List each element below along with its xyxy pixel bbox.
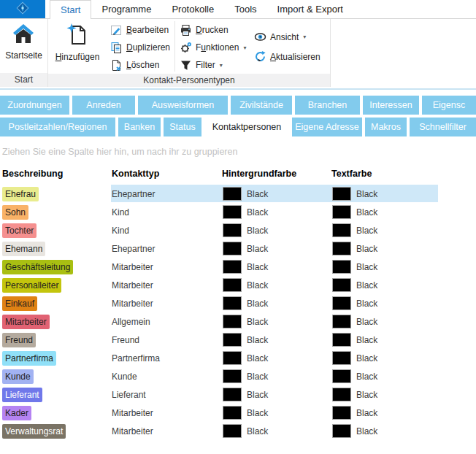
duplizieren-button[interactable]: Duplizieren xyxy=(107,39,174,56)
category-tab-postleitzahlen-regionen[interactable]: Postleitzahlen/Regionen xyxy=(0,118,115,136)
drucken-label: Drucken xyxy=(196,25,229,35)
background-color-name: Black xyxy=(247,226,268,236)
background-color-cell: Black xyxy=(221,333,331,347)
text-color-name: Black xyxy=(356,280,377,291)
startseite-button[interactable]: Startseite xyxy=(2,19,45,61)
bearbeiten-button[interactable]: Bearbeiten xyxy=(107,21,174,39)
ribbon-bottom-divider xyxy=(0,88,476,90)
text-color-swatch xyxy=(332,315,351,328)
loeschen-button[interactable]: Löschen xyxy=(107,56,174,74)
grid-body: Ehefrau Ehepartner Black Black Sohn Kind… xyxy=(1,185,438,440)
category-tab-ausweisformen[interactable]: Ausweisformen xyxy=(138,96,228,115)
contact-type-cell: Kind xyxy=(111,207,221,218)
drucken-button[interactable]: Drucken xyxy=(176,21,242,39)
menubar-tabs: StartProgrammeProtokolleToolsImport & Ex… xyxy=(50,0,353,19)
description-cell: Einkauf xyxy=(1,296,111,311)
contact-type-cell: Mitarbeiter xyxy=(111,280,221,291)
home-icon xyxy=(12,23,35,47)
refresh-icon xyxy=(254,50,266,63)
app-logo-icon xyxy=(15,1,30,18)
text-color-cell: Black xyxy=(331,187,438,201)
menubar-tab-programme[interactable]: Programme xyxy=(91,0,161,19)
table-row[interactable]: Ehemann Ehepartner Black Black xyxy=(1,239,438,258)
category-tab-branchen[interactable]: Branchen xyxy=(295,96,360,115)
text-color-cell: Black xyxy=(331,351,438,365)
app-menu-button[interactable] xyxy=(0,0,45,19)
table-row[interactable]: Geschäftsleitung Mitarbeiter Black Black xyxy=(1,258,438,276)
column-header-kontakttyp[interactable]: Kontakttyp xyxy=(111,169,221,185)
menubar: StartProgrammeProtokolleToolsImport & Ex… xyxy=(0,0,476,19)
table-row[interactable]: Mitarbeiter Allgemein Black Black xyxy=(1,312,438,331)
hinzufuegen-button[interactable]: Hinzufügen xyxy=(48,19,107,62)
menubar-tab-start[interactable]: Start xyxy=(50,0,91,19)
group-by-drop-zone[interactable]: Ziehen Sie eine Spalte hier hin, um nach… xyxy=(2,147,237,157)
category-tab-eigene-adresse[interactable]: Eigene Adresse xyxy=(292,118,362,136)
category-tab-schnellfilter[interactable]: Schnellfilter xyxy=(410,118,476,136)
text-color-cell: Black xyxy=(331,315,438,328)
text-color-name: Black xyxy=(356,189,377,199)
category-tab-status[interactable]: Status xyxy=(164,118,201,136)
column-header-hintergrundfarbe[interactable]: Hintergrundfarbe xyxy=(221,169,331,185)
edit-icon xyxy=(110,24,123,36)
category-tab-eigensc[interactable]: Eigensc xyxy=(422,96,476,115)
category-tab-banken[interactable]: Banken xyxy=(118,118,161,136)
funktionen-button[interactable]: Funktionen ▾ xyxy=(176,39,242,56)
background-color-name: Black xyxy=(247,317,268,327)
description-label: Ehefrau xyxy=(2,187,39,201)
filter-button[interactable]: Filter ▾ xyxy=(176,56,242,74)
background-color-cell: Black xyxy=(221,406,331,420)
category-tab-interessen[interactable]: Interessen xyxy=(363,96,419,115)
eye-icon xyxy=(254,31,266,43)
text-color-swatch xyxy=(332,406,351,420)
aktualisieren-button[interactable]: Aktualisieren xyxy=(250,47,324,66)
column-header-textfarbe[interactable]: Textfarbe xyxy=(331,169,438,185)
text-color-name: Black xyxy=(356,299,377,309)
table-row[interactable]: Einkauf Mitarbeiter Black Black xyxy=(1,294,438,312)
menubar-tab-tools[interactable]: Tools xyxy=(224,0,266,19)
text-color-name: Black xyxy=(356,244,377,254)
background-color-swatch xyxy=(223,406,242,420)
text-color-cell: Black xyxy=(331,388,438,401)
category-tab-kontaktpersonen[interactable]: Kontaktpersonen xyxy=(204,118,289,136)
contact-type-cell: Partnerfirma xyxy=(111,353,221,363)
background-color-swatch xyxy=(223,187,242,201)
category-tab-anreden[interactable]: Anreden xyxy=(72,96,135,115)
category-tab-zivilst-nde[interactable]: Zivilstände xyxy=(231,96,292,115)
background-color-name: Black xyxy=(247,353,268,363)
table-row[interactable]: Kunde Kunde Black Black xyxy=(1,367,438,385)
chevron-down-icon: ▾ xyxy=(220,62,223,69)
table-row[interactable]: Ehefrau Ehepartner Black Black xyxy=(1,185,438,203)
table-row[interactable]: Kader Mitarbeiter Black Black xyxy=(1,404,438,422)
table-row[interactable]: Partnerfirma Partnerfirma Black Black xyxy=(1,349,438,367)
background-color-swatch xyxy=(223,424,242,438)
filter-icon xyxy=(180,59,192,72)
table-row[interactable]: Freund Freund Black Black xyxy=(1,331,438,349)
ribbon: Startseite Start Hinzufügen xyxy=(0,19,476,87)
table-row[interactable]: Personalleiter Mitarbeiter Black Black xyxy=(1,276,438,294)
menubar-tab-import-export[interactable]: Import & Export xyxy=(267,0,353,19)
contact-type-cell: Mitarbeiter xyxy=(111,426,221,436)
category-tab-makros[interactable]: Makros xyxy=(365,118,407,136)
gear-icon xyxy=(180,42,192,54)
column-header-beschreibung[interactable]: Beschreibung xyxy=(1,169,111,185)
table-row[interactable]: Sohn Kind Black Black xyxy=(1,203,438,221)
menubar-tab-protokolle[interactable]: Protokolle xyxy=(161,0,224,19)
category-tab-zuordnungen[interactable]: Zuordnungen xyxy=(0,96,69,115)
table-row[interactable]: Verwaltungsrat Mitarbeiter Black Black xyxy=(1,422,438,440)
text-color-cell: Black xyxy=(331,333,438,347)
background-color-swatch xyxy=(223,242,242,255)
background-color-name: Black xyxy=(247,280,268,291)
table-row[interactable]: Lieferant Lieferant Black Black xyxy=(1,385,438,404)
description-label: Kunde xyxy=(2,369,34,384)
startseite-label: Startseite xyxy=(5,50,42,61)
text-color-swatch xyxy=(332,223,351,237)
text-color-swatch xyxy=(332,278,351,292)
text-color-swatch xyxy=(332,424,351,438)
table-row[interactable]: Tochter Kind Black Black xyxy=(1,221,438,239)
ansicht-button[interactable]: Ansicht ▾ xyxy=(250,27,324,47)
contact-type-cell: Ehepartner xyxy=(111,244,221,254)
aktualisieren-label: Aktualisieren xyxy=(270,52,320,62)
view-actions-column: Ansicht ▾ Aktualisieren xyxy=(250,19,324,66)
ribbon-column-divider xyxy=(174,21,175,72)
chevron-down-icon: ▾ xyxy=(243,45,246,51)
